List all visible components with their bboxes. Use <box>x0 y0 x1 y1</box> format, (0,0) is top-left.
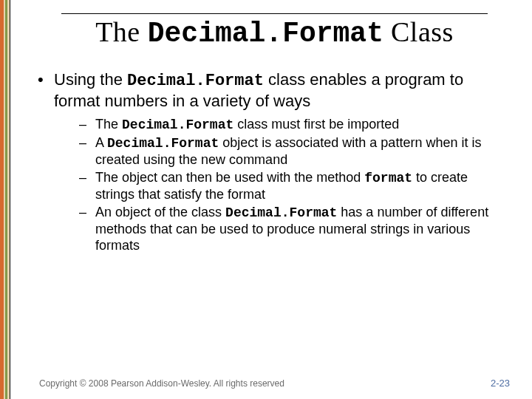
sub-bullet: A Decimal.Format object is associated wi… <box>79 135 497 168</box>
footer: Copyright © 2008 Pearson Addison-Wesley.… <box>39 378 510 389</box>
sub-bullet: The object can then be used with the met… <box>79 170 497 203</box>
title-block: The Decimal.Format Class <box>61 13 488 50</box>
sub-bullet: The Decimal.Format class must first be i… <box>79 117 497 134</box>
bullet-main: Using the Decimal.Format class enables a… <box>33 70 497 254</box>
page-title: The Decimal.Format Class <box>61 17 488 50</box>
title-code: Decimal.Format <box>148 18 383 50</box>
bullet-list-level2: The Decimal.Format class must first be i… <box>54 117 497 254</box>
slide-content: The Decimal.Format Class Using the Decim… <box>10 0 532 399</box>
copyright-text: Copyright © 2008 Pearson Addison-Wesley.… <box>39 378 284 389</box>
sub-bullet: An object of the class Decimal.Format ha… <box>79 205 497 254</box>
body-block: Using the Decimal.Format class enables a… <box>33 70 497 254</box>
bullet-list-level1: Using the Decimal.Format class enables a… <box>33 70 497 254</box>
title-post: Class <box>383 16 454 47</box>
sub-seg2: class must first be imported <box>233 117 399 132</box>
sub-seg1: The <box>95 117 122 132</box>
sub-code: Decimal.Format <box>122 117 233 132</box>
title-pre: The <box>95 16 148 47</box>
bullet-main-seg1: Using the <box>54 70 127 89</box>
bullet-main-code: Decimal.Format <box>127 72 264 90</box>
sub-code: Decimal.Format <box>107 136 219 151</box>
title-rule <box>61 13 488 14</box>
sub-code: format <box>364 171 412 185</box>
sub-code: Decimal.Format <box>225 205 337 220</box>
sub-seg1: The object can then be used with the met… <box>95 170 364 185</box>
side-accent-stripe <box>0 0 10 399</box>
sub-seg1: An object of the class <box>95 205 225 219</box>
sub-seg1: A <box>95 135 107 150</box>
page-number: 2-23 <box>491 378 510 389</box>
